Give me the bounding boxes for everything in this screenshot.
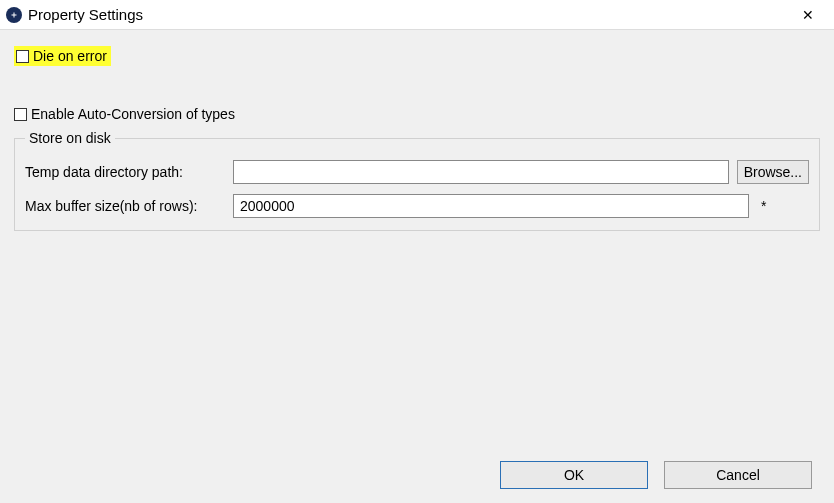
cancel-button[interactable]: Cancel [664,461,812,489]
enable-auto-conversion-row: Enable Auto-Conversion of types [14,106,820,122]
enable-auto-conversion-checkbox[interactable] [14,108,27,121]
svg-rect-2 [14,12,15,17]
temp-path-row: Temp data directory path: Browse... [25,160,809,184]
die-on-error-label: Die on error [33,48,107,64]
close-button[interactable]: ✕ [788,1,828,29]
temp-path-input[interactable] [233,160,729,184]
app-icon [6,7,22,23]
ok-button[interactable]: OK [500,461,648,489]
die-on-error-checkbox[interactable] [16,50,29,63]
store-on-disk-legend: Store on disk [25,130,115,146]
dialog-content: Die on error Enable Auto-Conversion of t… [0,30,834,231]
max-buffer-label: Max buffer size(nb of rows): [25,198,225,214]
required-mark: * [757,198,809,214]
window-title: Property Settings [28,6,143,23]
die-on-error-row: Die on error [14,46,820,66]
die-on-error-highlight: Die on error [14,46,111,66]
browse-button[interactable]: Browse... [737,160,809,184]
dialog-button-bar: OK Cancel [500,461,812,489]
close-icon: ✕ [802,7,814,23]
store-on-disk-group: Store on disk Temp data directory path: … [14,130,820,231]
titlebar: Property Settings ✕ [0,0,834,30]
max-buffer-row: Max buffer size(nb of rows): * [25,194,809,218]
max-buffer-input[interactable] [233,194,749,218]
enable-auto-conversion-label: Enable Auto-Conversion of types [31,106,235,122]
temp-path-label: Temp data directory path: [25,164,225,180]
